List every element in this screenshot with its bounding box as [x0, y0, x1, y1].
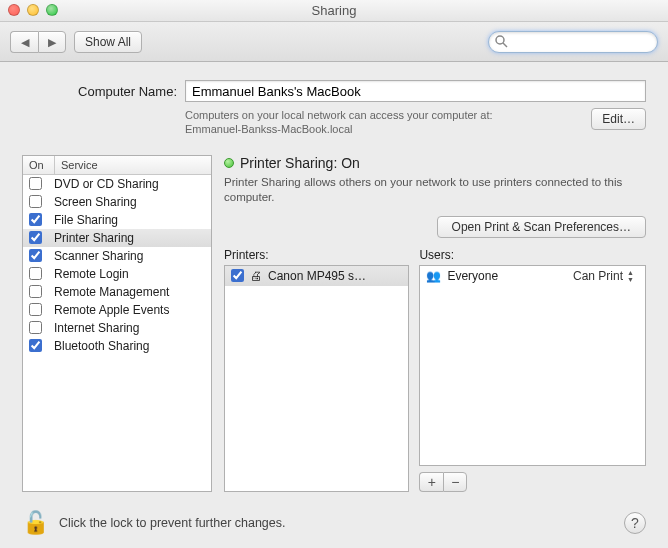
- printers-label: Printers:: [224, 248, 409, 262]
- services-col-on[interactable]: On: [23, 156, 55, 174]
- user-permission[interactable]: Can Print: [573, 269, 623, 283]
- service-label: File Sharing: [54, 213, 118, 227]
- service-row[interactable]: File Sharing: [23, 211, 211, 229]
- users-label: Users:: [419, 248, 646, 262]
- service-checkbox[interactable]: [29, 267, 42, 280]
- service-checkbox[interactable]: [29, 213, 42, 226]
- add-user-button[interactable]: +: [419, 472, 443, 492]
- help-button[interactable]: ?: [624, 512, 646, 534]
- service-row[interactable]: Screen Sharing: [23, 193, 211, 211]
- window-titlebar: Sharing: [0, 0, 668, 22]
- service-checkbox[interactable]: [29, 321, 42, 334]
- service-row[interactable]: Remote Login: [23, 265, 211, 283]
- printers-list[interactable]: 🖨Canon MP495 s…: [224, 265, 409, 492]
- remove-user-button[interactable]: −: [443, 472, 467, 492]
- lock-icon[interactable]: 🔓: [22, 510, 49, 536]
- open-print-scan-preferences-button[interactable]: Open Print & Scan Preferences…: [437, 216, 646, 238]
- status-indicator-icon: [224, 158, 234, 168]
- computer-name-hint: Computers on your local network can acce…: [185, 108, 573, 137]
- chevron-down-icon[interactable]: ▼: [627, 276, 639, 283]
- service-checkbox[interactable]: [29, 339, 42, 352]
- edit-computer-name-button[interactable]: Edit…: [591, 108, 646, 130]
- service-row[interactable]: Printer Sharing: [23, 229, 211, 247]
- service-label: Scanner Sharing: [54, 249, 143, 263]
- footer: 🔓 Click the lock to prevent further chan…: [22, 510, 646, 536]
- svg-point-0: [496, 36, 504, 44]
- services-header: On Service: [23, 156, 211, 175]
- close-window-button[interactable]: [8, 4, 20, 16]
- service-label: Screen Sharing: [54, 195, 137, 209]
- status-title: Printer Sharing: On: [240, 155, 360, 171]
- service-row[interactable]: Remote Apple Events: [23, 301, 211, 319]
- forward-button[interactable]: ▶: [38, 31, 66, 53]
- window-controls[interactable]: [8, 4, 58, 16]
- service-row[interactable]: DVD or CD Sharing: [23, 175, 211, 193]
- search-wrap: [488, 31, 658, 53]
- service-label: Printer Sharing: [54, 231, 134, 245]
- services-list: DVD or CD SharingScreen SharingFile Shar…: [23, 175, 211, 491]
- service-row[interactable]: Remote Management: [23, 283, 211, 301]
- service-label: Internet Sharing: [54, 321, 139, 335]
- chevron-right-icon: ▶: [48, 36, 56, 49]
- service-row[interactable]: Bluetooth Sharing: [23, 337, 211, 355]
- window-title: Sharing: [312, 3, 357, 18]
- chevron-left-icon: ◀: [21, 36, 29, 49]
- users-add-remove: + −: [419, 472, 646, 492]
- printer-name: Canon MP495 s…: [268, 269, 366, 283]
- service-label: Remote Management: [54, 285, 169, 299]
- computer-name-input[interactable]: [185, 80, 646, 102]
- service-row[interactable]: Internet Sharing: [23, 319, 211, 337]
- lock-hint-text: Click the lock to prevent further change…: [59, 516, 614, 530]
- permission-stepper[interactable]: ▲▼: [627, 269, 639, 283]
- services-table: On Service DVD or CD SharingScreen Shari…: [22, 155, 212, 492]
- service-label: Bluetooth Sharing: [54, 339, 149, 353]
- services-col-service[interactable]: Service: [55, 156, 211, 174]
- user-row[interactable]: 👥EveryoneCan Print▲▼: [420, 266, 645, 286]
- service-label: DVD or CD Sharing: [54, 177, 159, 191]
- show-all-button[interactable]: Show All: [74, 31, 142, 53]
- service-checkbox[interactable]: [29, 195, 42, 208]
- service-row[interactable]: Scanner Sharing: [23, 247, 211, 265]
- chevron-up-icon[interactable]: ▲: [627, 269, 639, 276]
- back-button[interactable]: ◀: [10, 31, 38, 53]
- service-label: Remote Apple Events: [54, 303, 169, 317]
- users-list[interactable]: 👥EveryoneCan Print▲▼: [419, 265, 646, 466]
- service-label: Remote Login: [54, 267, 129, 281]
- zoom-window-button[interactable]: [46, 4, 58, 16]
- content: Computer Name: Computers on your local n…: [0, 62, 668, 548]
- search-input[interactable]: [488, 31, 658, 53]
- minimize-window-button[interactable]: [27, 4, 39, 16]
- printer-icon: 🖨: [250, 269, 262, 283]
- nav-group: ◀ ▶: [10, 31, 66, 53]
- printer-checkbox[interactable]: [231, 269, 244, 282]
- service-checkbox[interactable]: [29, 249, 42, 262]
- service-checkbox[interactable]: [29, 285, 42, 298]
- service-checkbox[interactable]: [29, 303, 42, 316]
- user-name: Everyone: [447, 269, 498, 283]
- users-icon: 👥: [426, 269, 441, 283]
- computer-name-label: Computer Name:: [57, 84, 177, 99]
- printer-row[interactable]: 🖨Canon MP495 s…: [225, 266, 408, 286]
- status-description: Printer Sharing allows others on your ne…: [224, 175, 646, 206]
- svg-line-1: [503, 43, 507, 47]
- search-icon: [494, 34, 508, 51]
- toolbar: ◀ ▶ Show All: [0, 22, 668, 62]
- service-checkbox[interactable]: [29, 177, 42, 190]
- detail-pane: Printer Sharing: On Printer Sharing allo…: [224, 155, 646, 492]
- service-checkbox[interactable]: [29, 231, 42, 244]
